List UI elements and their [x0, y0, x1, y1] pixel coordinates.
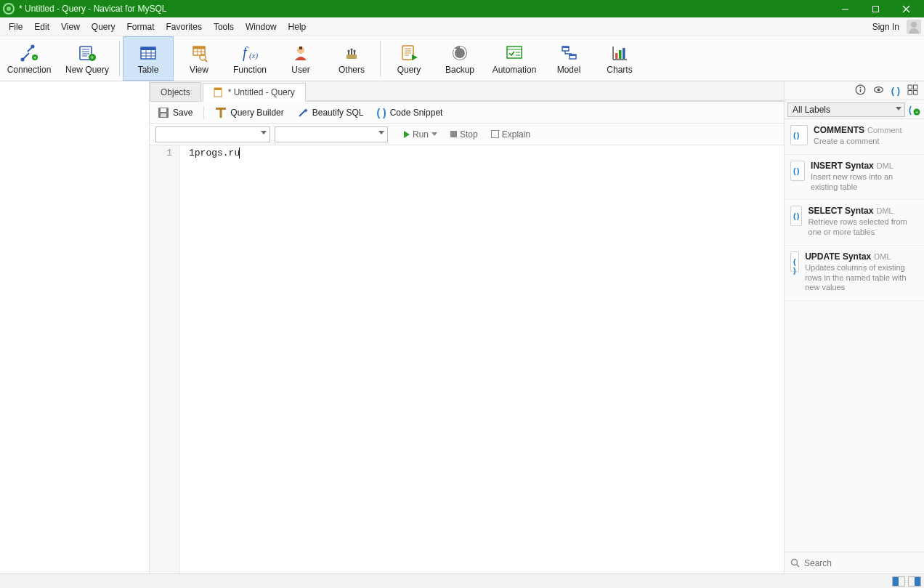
svg-point-4	[32, 45, 34, 47]
code-area[interactable]: 1progs.ru	[180, 145, 784, 573]
layout-toggle-right[interactable]	[908, 576, 921, 587]
center-panel: Objects * Untitled - Query Save Query Bu…	[150, 81, 785, 573]
query-builder-button[interactable]: Query Builder	[213, 105, 285, 121]
svg-line-80	[797, 565, 800, 568]
labels-combo[interactable]: All Labels	[787, 102, 905, 117]
search-icon	[790, 558, 800, 568]
code-snippet-label: Code Snippet	[390, 108, 443, 118]
snippet-item[interactable]: INSERT SyntaxDML Insert new rows into an…	[785, 155, 924, 201]
save-button[interactable]: Save	[155, 105, 195, 121]
snippet-sub: DML	[877, 161, 893, 170]
window-controls	[830, 0, 921, 17]
menu-help[interactable]: Help	[283, 19, 312, 35]
play-icon	[404, 131, 410, 138]
query-builder-label: Query Builder	[230, 108, 283, 118]
svg-rect-65	[216, 108, 226, 110]
snippet-search[interactable]	[785, 552, 924, 573]
stop-label: Stop	[460, 129, 478, 140]
toolbar-user-label: User	[291, 65, 309, 75]
toolbar-view-label: View	[190, 65, 208, 75]
save-label: Save	[173, 108, 192, 118]
toolbar-new-query-label: New Query	[65, 65, 109, 75]
eye-icon[interactable]	[873, 84, 884, 97]
titlebar: * Untitled - Query - Navicat for MySQL	[0, 0, 924, 17]
toolbar-automation[interactable]: Automation	[485, 36, 543, 81]
menu-edit[interactable]: Edit	[28, 19, 55, 35]
code-snippet-button[interactable]: ( ) Code Snippet	[374, 105, 445, 121]
snippet-title: INSERT Syntax	[811, 161, 874, 171]
labels-row: All Labels (+	[785, 100, 924, 119]
svg-rect-61	[214, 88, 222, 90]
parens-toggle-icon[interactable]: ( )	[891, 85, 900, 96]
minimize-button[interactable]	[830, 0, 860, 17]
sql-editor[interactable]: 1 1progs.ru	[150, 145, 784, 573]
grid-icon[interactable]	[907, 84, 918, 97]
code-text: 1progs.ru	[189, 148, 240, 158]
toolbar-function[interactable]: f(x) Function	[224, 36, 275, 81]
snippet-desc: Updates columns of existing rows in the …	[805, 263, 918, 293]
svg-rect-58	[619, 50, 622, 59]
toolbar-others[interactable]: Others	[326, 36, 377, 81]
stop-icon	[450, 131, 457, 137]
toolbar-new-query[interactable]: + New Query	[58, 36, 116, 81]
menu-format[interactable]: Format	[121, 19, 161, 35]
menu-favorites[interactable]: Favorites	[161, 19, 208, 35]
toolbar-backup-label: Backup	[445, 65, 474, 75]
toolbar-view[interactable]: View	[174, 36, 224, 81]
menu-tools[interactable]: Tools	[208, 19, 240, 35]
sign-in-link[interactable]: Sign In	[868, 19, 904, 35]
statusbar	[0, 573, 924, 588]
maximize-button[interactable]	[860, 0, 891, 17]
info-icon[interactable]	[855, 84, 866, 97]
toolbar-model[interactable]: Model	[543, 36, 594, 81]
svg-rect-31	[299, 47, 302, 49]
toolbar-connection-label: Connection	[7, 65, 52, 75]
run-button[interactable]: Run	[400, 128, 442, 141]
layout-toggle-left[interactable]	[892, 576, 905, 587]
snippet-item[interactable]: UPDATE SyntaxDML Updates columns of exis…	[785, 246, 924, 301]
svg-rect-73	[914, 85, 918, 89]
svg-point-38	[353, 49, 355, 52]
connection-combo[interactable]	[155, 126, 270, 142]
toolbar-user[interactable]: User	[275, 36, 326, 81]
tab-untitled-label: * Untitled - Query	[228, 87, 295, 97]
tab-objects[interactable]: Objects	[150, 82, 201, 101]
svg-point-68	[859, 86, 861, 88]
avatar-icon[interactable]	[907, 20, 921, 34]
toolbar-connection[interactable]: + Connection	[0, 36, 58, 81]
toolbar-charts[interactable]: Charts	[594, 36, 645, 81]
toolbar-backup[interactable]: Backup	[434, 36, 485, 81]
beautify-sql-button[interactable]: Beautify SQL	[295, 105, 366, 121]
run-toolbar: Run Stop Explain	[150, 124, 784, 145]
search-input[interactable]	[804, 558, 918, 568]
toolbar-table[interactable]: Table	[123, 36, 174, 81]
svg-rect-64	[161, 113, 166, 117]
snippet-sub: DML	[874, 252, 891, 261]
parens-icon: ( )	[376, 107, 386, 118]
window-title: * Untitled - Query - Navicat for MySQL	[19, 4, 830, 14]
snippet-list: COMMENTSComment Create a comment INSERT …	[785, 119, 924, 552]
menu-query[interactable]: Query	[86, 19, 121, 35]
explain-button[interactable]: Explain	[487, 128, 535, 141]
add-snippet-icon[interactable]: (+	[908, 103, 921, 116]
svg-text:(x): (x)	[249, 51, 259, 60]
svg-text:+: +	[915, 109, 919, 116]
toolbar-query[interactable]: Query	[384, 36, 434, 81]
stop-button[interactable]: Stop	[446, 128, 482, 141]
menu-view[interactable]: View	[55, 19, 86, 35]
labels-combo-value: All Labels	[793, 105, 830, 115]
toolbar-charts-label: Charts	[607, 65, 632, 75]
tab-untitled-query[interactable]: * Untitled - Query	[203, 83, 306, 102]
app-icon	[3, 3, 15, 15]
svg-rect-32	[346, 55, 357, 59]
main-toolbar: + Connection + New Query Table View f(x)…	[0, 36, 924, 81]
beautify-label: Beautify SQL	[312, 108, 364, 118]
menu-window[interactable]: Window	[240, 19, 283, 35]
snippet-item[interactable]: COMMENTSComment Create a comment	[785, 119, 924, 155]
svg-marker-44	[412, 55, 418, 60]
close-button[interactable]	[891, 0, 921, 17]
toolbar-automation-label: Automation	[493, 65, 537, 75]
snippet-item[interactable]: SELECT SyntaxDML Retrieve rows selected …	[785, 200, 924, 246]
menu-file[interactable]: File	[3, 19, 28, 35]
database-combo[interactable]	[275, 126, 388, 142]
